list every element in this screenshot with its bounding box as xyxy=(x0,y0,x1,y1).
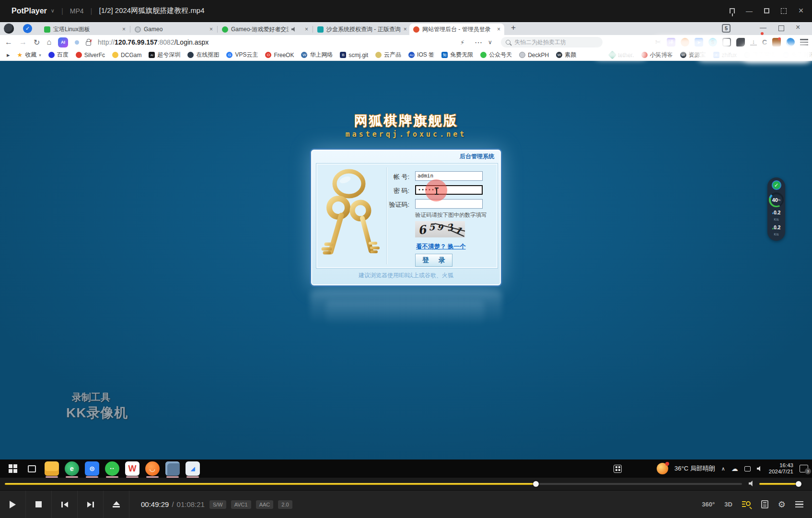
tab-count-badge[interactable]: 5 xyxy=(722,24,731,33)
browser-minimize-icon[interactable]: — xyxy=(760,24,766,31)
profile-badge-icon[interactable]: ✓ xyxy=(23,24,32,33)
bookmark-item[interactable]: 知免费无限 xyxy=(441,51,473,59)
avatar[interactable] xyxy=(4,24,14,34)
bookmark-item[interactable]: 在线抠图 xyxy=(187,51,219,59)
tab-baota[interactable]: 宝塔Linux面板 × xyxy=(40,24,129,35)
bookmark-item[interactable]: 云产品 xyxy=(375,51,401,59)
volume-bar[interactable] xyxy=(759,483,800,485)
tab-close-icon[interactable]: × xyxy=(497,26,500,33)
tab-close-icon[interactable]: × xyxy=(305,26,308,33)
view-360-button[interactable]: 360° xyxy=(702,501,715,508)
eject-button[interactable] xyxy=(104,491,129,518)
captcha-refresh-link[interactable]: 看不清楚？ 换一个 xyxy=(416,243,465,251)
play-button[interactable] xyxy=(0,491,26,518)
playlist-icon[interactable] xyxy=(761,500,768,508)
addressbar-chevron-icon[interactable]: ∨ xyxy=(488,39,492,46)
bookmark-item[interactable]: Bscmj.git xyxy=(340,52,368,59)
stop-button[interactable] xyxy=(26,491,52,518)
weather-icon[interactable] xyxy=(657,463,668,474)
account-input[interactable]: admin xyxy=(415,171,483,181)
taskbar-blue-app-icon[interactable]: ⊙ xyxy=(85,461,99,476)
settings-gear-icon[interactable]: ⚙ xyxy=(778,499,786,510)
bookmark-item[interactable]: OFreeOK xyxy=(265,52,294,59)
subtitle-search-icon[interactable] xyxy=(742,501,752,508)
app-menu-chevron-icon[interactable]: ∨ xyxy=(51,8,55,14)
bookmark-item[interactable]: DeckPH xyxy=(519,52,549,59)
reload-icon[interactable]: ↻ xyxy=(34,38,40,47)
tab-audio-icon[interactable] xyxy=(291,27,297,32)
tab-gameo[interactable]: Gameo × xyxy=(131,24,217,35)
new-tab-button[interactable]: + xyxy=(511,23,516,33)
next-button[interactable] xyxy=(78,491,104,518)
bookmark-item[interactable]: GVPS云主 xyxy=(226,51,258,59)
player-menu-icon[interactable] xyxy=(795,501,803,508)
extension-dot-icon[interactable] xyxy=(75,40,79,45)
display-tray-icon[interactable] xyxy=(744,466,751,471)
url-text[interactable]: http://120.76.99.157:8082/Login.aspx xyxy=(98,38,209,46)
insecure-lock-icon[interactable]: ✗ xyxy=(86,41,91,46)
weather-text[interactable]: 36°C 局部晴朗 xyxy=(674,464,715,473)
volume-knob[interactable] xyxy=(796,481,801,487)
taskbar-wps-icon[interactable]: W xyxy=(125,461,139,476)
search-box[interactable]: 失怕二为处拍卖工坊 xyxy=(501,37,603,47)
home-icon[interactable]: ⌂ xyxy=(46,38,51,47)
tab-gameo-forum[interactable]: Gameo-游戏爱好者交流社 × xyxy=(218,24,312,35)
tab-close-icon[interactable]: × xyxy=(209,26,213,33)
quick-action-icon[interactable]: ⚡ xyxy=(460,39,464,46)
previous-button[interactable] xyxy=(52,491,78,518)
maximize-button[interactable] xyxy=(760,5,773,17)
view-3d-button[interactable]: 3D xyxy=(724,501,732,508)
app-name[interactable]: PotPlayer xyxy=(12,7,47,15)
bookmark-item[interactable]: AUIOS 签 xyxy=(408,51,434,59)
back-icon[interactable]: ← xyxy=(5,38,12,47)
more-icon[interactable]: ⋯ xyxy=(475,38,482,47)
taskbar-explorer-icon[interactable] xyxy=(45,461,59,476)
taskbar-clock[interactable]: 16:432024/7/21 xyxy=(769,462,793,475)
white-smudge xyxy=(594,49,647,59)
pin-on-top-icon[interactable] xyxy=(726,5,738,17)
volume-tray-icon[interactable] xyxy=(757,466,763,471)
player-volume-icon[interactable] xyxy=(749,481,755,486)
memory-ring[interactable]: 40% xyxy=(769,192,784,207)
bookmark-item[interactable]: W华上网络 xyxy=(301,51,333,59)
captcha-image[interactable]: 6 5 9 3 1 xyxy=(415,221,465,237)
taskbar-wechat-icon[interactable]: ·· xyxy=(105,461,119,476)
star-icon: ★ xyxy=(17,51,23,59)
bookmark-item[interactable]: 百度 xyxy=(48,51,69,59)
video-frame[interactable]: ✓ 宝塔Linux面板 × Gameo × Gameo-游戏爱好者交流社 × 沙… xyxy=(0,22,812,478)
bookmark-favorites[interactable]: ★收藏▾ xyxy=(17,51,41,59)
bookmark-item[interactable]: SilverFc xyxy=(76,52,105,59)
fullscreen-button[interactable] xyxy=(777,5,790,17)
bookmark-item[interactable]: W素颜 xyxy=(556,51,576,59)
captcha-input[interactable] xyxy=(415,199,483,209)
seek-bar[interactable] xyxy=(5,483,742,485)
speed-widget[interactable]: ✓ 40% ▾0.2K/s ▴0.2K/s xyxy=(767,177,785,241)
sidebar-toggle-icon[interactable]: ▸ xyxy=(7,51,10,59)
forward-icon[interactable]: → xyxy=(19,38,27,47)
tab-close-icon[interactable]: × xyxy=(404,26,407,33)
taskbar-orange-app-icon[interactable]: ◡ xyxy=(145,461,160,476)
minimize-button[interactable]: — xyxy=(743,5,755,17)
tray-expand-icon[interactable]: ∧ xyxy=(721,466,725,472)
tab-sandbox[interactable]: 沙盒系统授权查询 - 正版查询 × xyxy=(313,24,408,35)
seek-knob[interactable] xyxy=(533,481,539,487)
bookmark-item[interactable]: AI超兮深圳 xyxy=(149,51,180,59)
bookmark-item[interactable]: 公众号天 xyxy=(480,51,512,59)
ai-assistant-icon[interactable]: AI xyxy=(58,37,68,47)
close-button[interactable]: × xyxy=(795,5,807,17)
tab-admin-login-active[interactable]: 网站管理后台 - 管理员登录 × xyxy=(409,24,504,35)
task-view-icon[interactable] xyxy=(28,465,36,472)
bookmark-item[interactable]: DCGam xyxy=(112,52,141,59)
cloud-tray-icon[interactable]: ☁ xyxy=(731,465,738,472)
tab-close-icon[interactable]: × xyxy=(122,26,126,33)
login-button[interactable]: 登 录 xyxy=(415,254,452,267)
touch-keyboard-icon[interactable] xyxy=(614,465,622,473)
taskbar-snip-tool-icon[interactable] xyxy=(165,461,180,476)
browser-close-icon[interactable]: × xyxy=(796,23,800,32)
bookmark-favicon xyxy=(76,52,82,58)
notification-center-icon[interactable]: 3 xyxy=(800,465,808,472)
taskbar-360browser-icon[interactable]: e xyxy=(65,461,79,476)
start-button[interactable] xyxy=(9,464,17,473)
taskbar-kk-recorder-icon[interactable]: ◢ xyxy=(186,461,200,476)
browser-maximize-icon[interactable] xyxy=(778,25,784,31)
